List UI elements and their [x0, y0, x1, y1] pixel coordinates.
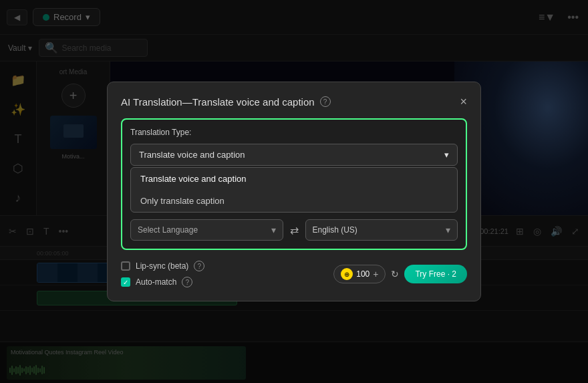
language-swap-icon[interactable]: ⇄ [290, 224, 299, 237]
lip-sync-row: Lip-sync (beta) ? [121, 261, 204, 271]
target-language-label: English (US) [313, 225, 357, 235]
lip-sync-checkbox[interactable] [121, 261, 130, 271]
ai-translation-modal: AI Translation—Translate voice and capti… [107, 82, 481, 301]
refresh-icon[interactable]: ↻ [391, 269, 399, 279]
auto-match-label: Auto-match [136, 277, 176, 287]
auto-match-row: ✓ Auto-match ? [121, 277, 204, 287]
lip-sync-label: Lip-sync (beta) [136, 261, 188, 271]
lip-sync-help-icon[interactable]: ? [194, 261, 204, 271]
language-row: Select Language ▾ ⇄ English (US) ▾ [130, 219, 458, 241]
translation-type-label: Translation Type: [130, 128, 458, 137]
source-language-label: Select Language [138, 225, 198, 235]
target-language-select[interactable]: English (US) ▾ [305, 219, 458, 241]
try-free-label: Try Free · 2 [415, 269, 456, 279]
add-credits-icon[interactable]: + [373, 269, 378, 279]
source-language-arrow-icon: ▾ [271, 225, 276, 235]
try-free-button[interactable]: Try Free · 2 [404, 265, 467, 283]
auto-match-help-icon[interactable]: ? [182, 277, 192, 287]
auto-match-checkbox[interactable]: ✓ [121, 277, 130, 287]
dropdown-item-label-1: Translate voice and caption [140, 174, 247, 184]
modal-bottom: Lip-sync (beta) ? ✓ Auto-match ? ⊕ 100 [121, 261, 467, 287]
source-language-select[interactable]: Select Language ▾ [130, 219, 283, 241]
checkboxes: Lip-sync (beta) ? ✓ Auto-match ? [121, 261, 204, 287]
credits-badge: ⊕ 100 + [333, 265, 386, 283]
dropdown-item-caption-only[interactable]: Only translate caption [131, 190, 457, 212]
close-icon: × [460, 95, 467, 108]
modal-header: AI Translation—Translate voice and capti… [121, 96, 467, 108]
dropdown-arrow-icon: ▾ [444, 150, 449, 160]
selected-option-text: Translate voice and caption [139, 150, 245, 160]
credits-area: ⊕ 100 + ↻ Try Free · 2 [333, 265, 467, 283]
modal-title: AI Translation—Translate voice and capti… [121, 96, 331, 108]
dropdown-selected[interactable]: Translate voice and caption ▾ [130, 144, 458, 166]
credits-value: 100 [356, 269, 370, 279]
dropdown-item-label-2: Only translate caption [140, 196, 225, 206]
credits-coin-icon: ⊕ [341, 268, 353, 280]
dropdown-list: Translate voice and caption Only transla… [130, 167, 458, 213]
translation-type-dropdown: Translate voice and caption ▾ Translate … [130, 144, 458, 241]
translation-type-section: Translation Type: Translate voice and ca… [121, 118, 467, 250]
modal-help-icon[interactable]: ? [320, 96, 331, 107]
dropdown-item-voice-caption[interactable]: Translate voice and caption [131, 168, 457, 190]
target-language-arrow-icon: ▾ [446, 225, 450, 235]
modal-close-button[interactable]: × [460, 96, 467, 108]
modal-title-text: AI Translation—Translate voice and capti… [121, 96, 315, 108]
modal-overlay: AI Translation—Translate voice and capti… [0, 0, 588, 383]
